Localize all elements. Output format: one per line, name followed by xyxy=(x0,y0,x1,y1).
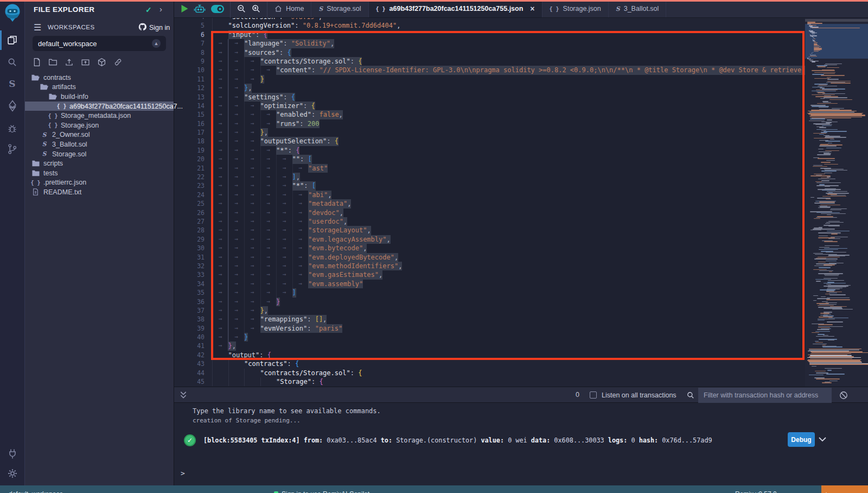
link-icon[interactable] xyxy=(113,58,123,69)
code-line-8[interactable]: 8→→"sources": { xyxy=(174,48,868,57)
tree-item-Storage.json[interactable]: { }Storage.json xyxy=(25,121,174,130)
tab-Home[interactable]: Home xyxy=(267,0,311,17)
code-line-31[interactable]: 31→→→→→→"evm.deployedBytecode", xyxy=(174,253,868,262)
code-line-6[interactable]: 6"input": { xyxy=(174,30,868,39)
file-explorer-icon[interactable] xyxy=(0,31,24,48)
tree-item-Storage_metadata.json[interactable]: { }Storage_metadata.json xyxy=(25,111,174,121)
code-line-27[interactable]: 27→→→→→→"userdoc", xyxy=(174,217,868,226)
tree-item-.prettierrc.json[interactable]: { }.prettierrc.json xyxy=(25,178,174,188)
chevron-right-icon[interactable]: › xyxy=(159,4,162,14)
code-line-5[interactable]: 5"solcLongVersion": "0.8.19+commit.7dd6d… xyxy=(174,21,868,30)
tree-item-2_Owner.sol[interactable]: S2_Owner.sol xyxy=(25,130,174,140)
scam-alerts-button[interactable]: Scam alerts xyxy=(821,485,868,493)
code-line-11[interactable]: 11→→→} xyxy=(174,75,868,84)
zoom-in-icon[interactable] xyxy=(251,4,261,14)
transaction-log-row[interactable]: ✓ [block:5583405 txIndex:4] from: 0xa03.… xyxy=(174,431,868,450)
transaction-filter-input[interactable] xyxy=(698,388,832,403)
code-line-17[interactable]: 17→→→}, xyxy=(174,128,868,137)
code-line-10[interactable]: 10→→→→"content": "// SPDX-License-Identi… xyxy=(174,66,868,74)
tree-item-a69b43f277ba20fcac141151250ca7...[interactable]: { }a69b43f277ba20fcac141151250ca7... xyxy=(25,102,174,111)
clear-console-icon[interactable] xyxy=(839,391,848,402)
code-line-44[interactable]: 44"contracts/Storage.sol": { xyxy=(174,369,868,377)
status-ai-copilot[interactable]: Sign in to use RemixAI Copilot xyxy=(274,490,369,493)
code-line-34[interactable]: 34→→→→→→"evm.assembly" xyxy=(174,280,868,288)
sign-in-button[interactable]: Sign in xyxy=(138,23,170,33)
code-line-45[interactable]: 45"Storage": { xyxy=(174,377,868,386)
code-line-14[interactable]: 14→→→"optimizer": { xyxy=(174,102,868,110)
solidity-compiler-icon[interactable]: S xyxy=(0,77,24,91)
upload-file-icon[interactable] xyxy=(65,58,74,69)
tree-item-build-info[interactable]: build-info xyxy=(25,92,174,102)
code-line-35[interactable]: 35→→→→→] xyxy=(174,288,868,297)
search-icon[interactable] xyxy=(0,55,24,69)
terminal-output[interactable]: Type the library name to see available c… xyxy=(174,403,868,485)
close-tab-icon[interactable]: × xyxy=(530,4,534,13)
code-line-33[interactable]: 33→→→→→→"evm.gasEstimates", xyxy=(174,270,868,279)
code-line-18[interactable]: 18→→→"outputSelection": { xyxy=(174,137,868,146)
debugger-icon[interactable] xyxy=(0,121,24,135)
code-line-28[interactable]: 28→→→→→→"storageLayout", xyxy=(174,226,868,235)
tree-item-scripts[interactable]: scripts xyxy=(25,159,174,168)
plugin-manager-icon[interactable] xyxy=(0,446,24,462)
remix-ai-robot-icon[interactable] xyxy=(194,3,206,14)
code-line-7[interactable]: 7→→"language": "Solidity", xyxy=(174,39,868,48)
upload-folder-icon[interactable] xyxy=(81,58,90,69)
tree-item-tests[interactable]: tests xyxy=(25,168,174,178)
settings-gear-icon[interactable] xyxy=(0,466,24,481)
code-line-20[interactable]: 20→→→→→"": [ xyxy=(174,155,868,163)
listen-all-transactions-checkbox[interactable] xyxy=(590,391,597,399)
code-line-39[interactable]: 39→→→"evmVersion": "paris" xyxy=(174,324,868,333)
code-line-15[interactable]: 15→→→→"enabled": false, xyxy=(174,110,868,119)
code-line-12[interactable]: 12→→}, xyxy=(174,84,868,92)
minimap[interactable] xyxy=(805,18,868,387)
new-folder-icon[interactable] xyxy=(48,58,58,69)
code-line-9[interactable]: 9→→→"contracts/Storage.sol": { xyxy=(174,57,868,66)
code-line-26[interactable]: 26→→→→→→"devdoc", xyxy=(174,208,868,217)
run-script-icon[interactable] xyxy=(181,4,189,13)
deploy-and-run-icon[interactable] xyxy=(0,98,24,113)
code-editor[interactable]: 4"solcVersion": "0.8.19",5"solcLongVersi… xyxy=(174,18,868,387)
minimap-line xyxy=(819,134,824,135)
terminal-prompt[interactable]: > xyxy=(181,469,185,477)
toggle-on-icon[interactable] xyxy=(210,4,225,14)
new-file-icon[interactable] xyxy=(33,58,41,69)
tab-Storage.json[interactable]: { }Storage.json xyxy=(542,0,609,17)
git-icon[interactable] xyxy=(0,141,24,156)
collapse-terminal-icon[interactable] xyxy=(180,391,187,401)
code-line-29[interactable]: 29→→→→→→"evm.legacyAssembly", xyxy=(174,235,868,244)
tab-Storage.sol[interactable]: SStorage.sol xyxy=(311,0,368,17)
zoom-out-icon[interactable] xyxy=(237,4,246,14)
code-line-24[interactable]: 24→→→→→→"abi", xyxy=(174,191,868,199)
workspaces-menu-icon[interactable]: ☰ xyxy=(34,22,41,33)
tree-item-README.txt[interactable]: README.txt xyxy=(25,187,174,197)
code-line-25[interactable]: 25→→→→→→"metadata", xyxy=(174,199,868,208)
tree-item-contracts[interactable]: contracts xyxy=(25,73,174,83)
tab-3_Ballot.sol[interactable]: S3_Ballot.sol xyxy=(609,0,667,17)
code-line-23[interactable]: 23→→→→→"*": [ xyxy=(174,181,868,190)
tree-item-3_Ballot.sol[interactable]: S3_Ballot.sol xyxy=(25,140,174,149)
tree-item-Storage.sol[interactable]: SStorage.sol xyxy=(25,149,174,159)
tab-a69b43f277ba20fcac141151250ca755.json[interactable]: { }a69b43f277ba20fcac141151250ca755.json… xyxy=(369,0,542,17)
debug-button[interactable]: Debug xyxy=(788,432,815,447)
code-line-41[interactable]: 41→}, xyxy=(174,342,868,350)
code-line-30[interactable]: 30→→→→→→"evm.bytecode", xyxy=(174,244,868,252)
code-line-42[interactable]: 42"output": { xyxy=(174,351,868,359)
workspace-select[interactable]: default_workspace ▲ xyxy=(33,36,166,51)
tree-item-artifacts[interactable]: artifacts xyxy=(25,83,174,92)
code-line-22[interactable]: 22→→→→→], xyxy=(174,173,868,181)
minimap-slider[interactable] xyxy=(805,19,868,22)
code-line-38[interactable]: 38→→→"remappings": [], xyxy=(174,315,868,324)
code-line-13[interactable]: 13→→"settings": { xyxy=(174,93,868,102)
code-line-36[interactable]: 36→→→→} xyxy=(174,298,868,306)
remix-logo-icon[interactable] xyxy=(0,3,24,23)
code-line-19[interactable]: 19→→→→"*": { xyxy=(174,146,868,155)
status-workspace[interactable]: default_workspace xyxy=(9,490,63,493)
code-line-16[interactable]: 16→→→→"runs": 200 xyxy=(174,119,868,128)
code-line-43[interactable]: 43"contracts": { xyxy=(174,359,868,368)
expand-transaction-icon[interactable] xyxy=(819,434,826,444)
box-icon[interactable] xyxy=(97,58,106,69)
code-line-37[interactable]: 37→→→}, xyxy=(174,306,868,315)
code-line-40[interactable]: 40→→} xyxy=(174,333,868,342)
code-line-21[interactable]: 21→→→→→→"ast" xyxy=(174,164,868,173)
code-line-32[interactable]: 32→→→→→→"evm.methodIdentifiers", xyxy=(174,262,868,270)
